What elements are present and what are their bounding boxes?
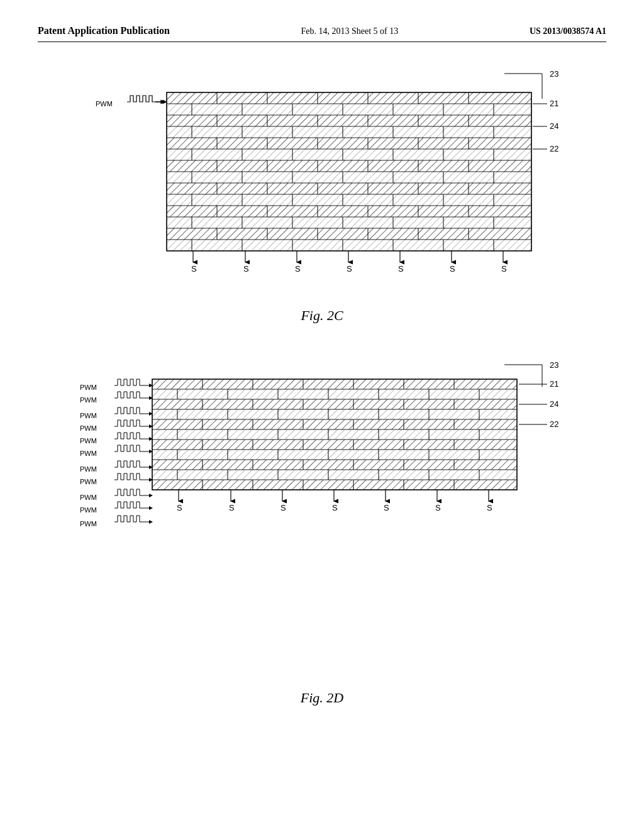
svg-rect-136 [152,389,517,399]
pwm-row2-label: PWM [80,396,97,404]
pwm-row7-label: PWM [80,465,97,473]
pwm-row9-label: PWM [80,494,97,501]
pwm-row3-label: PWM [80,412,97,419]
page: Patent Application Publication Feb. 14, … [0,0,644,830]
svg-rect-54 [167,160,531,172]
svg-rect-38 [167,138,531,149]
ref23-2c: 23 [550,69,558,79]
ref22-2d: 22 [550,419,558,429]
s-label-2d-4: S [332,503,338,512]
svg-rect-145 [152,399,517,409]
figure-2d: 23 PWM 21 [38,355,606,719]
s-label-2c-3: S [295,264,301,274]
s-label-2c-2: S [243,264,249,274]
ref21-2c: 21 [550,99,558,108]
s-label-2c-1: S [191,264,197,274]
ref24-2c: 24 [550,121,558,131]
fig-2d-label: Fig. 2D [301,690,343,706]
svg-rect-181 [152,440,517,450]
diagram-2c-area: 23 PWM [77,61,567,300]
ref22-2c: 22 [550,144,558,153]
svg-rect-215 [152,480,517,490]
svg-rect-99 [167,228,531,240]
svg-rect-39 [167,149,531,160]
s-label-2c-7: S [501,264,507,274]
svg-rect-198 [152,460,517,470]
pwm-row1-label: PWM [80,384,97,391]
s-label-2d-7: S [487,503,492,512]
pwm-label-2c: PWM [96,100,113,108]
s-label-2d-6: S [435,503,441,512]
ref23-2d: 23 [550,360,558,370]
svg-rect-206 [152,470,517,480]
svg-rect-163 [152,419,517,429]
svg-rect-172 [152,429,517,440]
s-label-2d-5: S [384,503,389,512]
svg-rect-84 [167,206,531,217]
s-label-2d-3: S [280,503,286,512]
pwm-row8-label: PWM [80,478,97,485]
svg-rect-100 [167,240,531,251]
header: Patent Application Publication Feb. 14, … [38,25,606,42]
s-label-2d-1: S [177,503,182,512]
ref24-2d: 24 [550,399,558,409]
diagram-2d-area: 23 PWM 21 [77,355,567,682]
pwm-row6-label: PWM [80,450,97,457]
diagram-2c-svg: 23 PWM [77,61,567,300]
s-label-2c-6: S [450,264,455,274]
svg-rect-189 [152,450,517,460]
svg-rect-23 [167,126,531,138]
ref21-2d: 21 [550,379,558,389]
svg-rect-70 [167,194,531,206]
pwm-row10-label: PWM [80,506,97,514]
fig-2c-label: Fig. 2C [301,307,343,324]
pwm-row11-label: PWM [80,520,97,528]
header-left: Patent Application Publication [38,25,170,36]
svg-rect-7 [167,104,531,115]
svg-rect-154 [152,409,517,419]
s-label-2c-4: S [347,264,352,274]
pwm-row5-label: PWM [80,437,97,445]
svg-rect-127 [152,379,517,389]
diagram-2d-svg: 23 PWM 21 [77,355,567,682]
pwm-row4-label: PWM [80,424,97,432]
svg-rect-6 [167,92,531,104]
svg-rect-55 [167,172,531,183]
figure-2c: 23 PWM [38,61,606,336]
svg-rect-85 [167,217,531,228]
header-right: US 2013/0038574 A1 [530,26,606,36]
svg-rect-22 [167,115,531,126]
svg-rect-69 [167,183,531,194]
header-center: Feb. 14, 2013 Sheet 5 of 13 [301,26,398,36]
s-label-2d-2: S [229,503,235,512]
s-label-2c-5: S [398,264,404,274]
